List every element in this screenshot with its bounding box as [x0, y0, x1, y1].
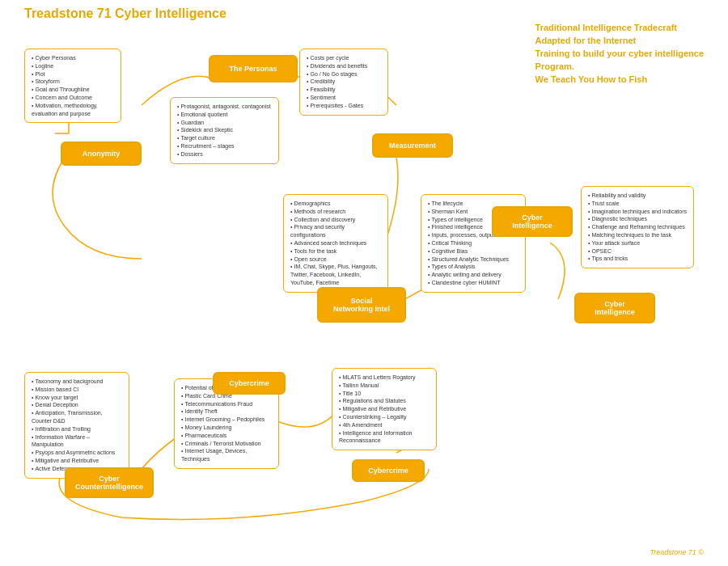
cyber-intel-right-item: Trust scale: [588, 200, 687, 208]
social-item: Open source: [290, 256, 381, 264]
cyber-intel-right-item: Challenge and Reframing techniques: [588, 223, 687, 231]
page-container: Treadstone 71 Cyber Intelligence Traditi…: [0, 0, 728, 566]
personas-list: Protagonist, antagonist, contagonist Emo…: [177, 103, 272, 158]
social-item: IM, Chat, Skype, Plus, Hangouts, Twitter…: [290, 263, 381, 286]
social-item: Collection and discovery: [290, 216, 381, 224]
cyber-intel-item: Types of Analysis: [428, 263, 518, 271]
cybercrime-right-item: 4th Amendment: [339, 421, 430, 429]
anonymity-item: Logline: [32, 62, 114, 70]
anonymity-list: Cyber Personas Logline Plot Storyform Go…: [32, 54, 114, 117]
measurement-list: Costs per cycle Dividends and benefits G…: [307, 54, 381, 110]
cyber-counterintelligence-content-box: Taxonomy and background Mission based CI…: [24, 372, 129, 479]
anonymity-item: Goal and Throughline: [32, 86, 114, 94]
personas-item: Protagonist, antagonist, contagonist: [177, 103, 272, 111]
measurement-content-box: Costs per cycle Dividends and benefits G…: [299, 49, 388, 116]
personas-item: Emotional quotient: [177, 111, 272, 119]
cybercrime-item: Pharmaceuticals: [181, 432, 272, 440]
cyber-intel-right-item: Your attack surface: [588, 239, 687, 247]
cyber-intel-item: Analytic writing and delivery: [428, 271, 518, 279]
cci-item: Psyops and Asymmetric actions: [32, 449, 122, 457]
social-item: Privacy and security configurations: [290, 223, 381, 239]
cyber-intel-right-item: Tips and tricks: [588, 255, 687, 263]
cyber-intel-right-item: Reliability and validity: [588, 192, 687, 200]
anonymity-item: Motivation, methodology, evaluation and …: [32, 102, 114, 118]
cybercrime-item: Identity Theft: [181, 408, 272, 416]
measurement-item: Dividends and benefits: [307, 62, 381, 70]
cybercrime-right-item: Regulations and Statutes: [339, 397, 430, 405]
cybercrime-right-item: Counterstriking – Legality: [339, 413, 430, 421]
cyber-counterintelligence-button[interactable]: Cyber CounterIntelligence: [65, 467, 154, 498]
cci-item: Mission based CI: [32, 386, 122, 394]
personas-item: Guardian: [177, 119, 272, 127]
cybercrime-item: Internet Grooming – Pedophiles: [181, 416, 272, 424]
cyber-intel-item: Clandestine cyber HUMINT: [428, 279, 518, 287]
cybercrime-right-item: Title 10: [339, 390, 430, 398]
cyber-intel-item: Critical Thinking: [428, 239, 518, 247]
cybercrime-right-item: Tallinn Manual: [339, 382, 430, 390]
cci-item: Taxonomy and background: [32, 378, 122, 386]
cyber-intel-right-item: Matching techniques to the task: [588, 231, 687, 239]
cybercrime-item: Money Laundering: [181, 424, 272, 432]
cybercrime-right-item: MLATS and Letters Rogatory: [339, 374, 430, 382]
cyber-intel-right-item: Imagination techniques and indicators: [588, 208, 687, 216]
cci-item: Information Warfare – Manipulation: [32, 433, 122, 450]
cci-item: Mitigative and Retributive: [32, 457, 122, 465]
cyber-intel-item: Cognitive Bias: [428, 247, 518, 256]
personas-item: Sidekick and Skeptic: [177, 126, 272, 134]
measurement-item: Feasibility: [307, 86, 381, 94]
cybercrime-right-list: MLATS and Letters Rogatory Tallinn Manua…: [339, 374, 430, 445]
personas-item: Recruitment – stages: [177, 142, 272, 150]
social-networking-content-box: Demographics Methods of research Collect…: [283, 194, 388, 293]
cybercrime-right-content-box: MLATS and Letters Rogatory Tallinn Manua…: [332, 368, 437, 450]
personas-button[interactable]: The Personas: [209, 55, 298, 82]
cybercrime-left-list: Potential of Digital Evidence Plastic Ca…: [181, 384, 272, 463]
cyber-intel-right-item: OPSEC: [588, 247, 687, 256]
cybercrime-button-1[interactable]: Cybercrime: [213, 372, 286, 395]
cybercrime-right-item: Mitigative and Retributive: [339, 405, 430, 413]
cybercrime-button-2[interactable]: Cybercrime: [352, 459, 425, 482]
cyber-intel-right-content-box: Reliability and validity Trust scale Ima…: [581, 186, 694, 268]
anonymity-content-box: Cyber Personas Logline Plot Storyform Go…: [24, 49, 121, 123]
anonymity-item: Cyber Personas: [32, 54, 114, 62]
cyber-intel-right-list: Reliability and validity Trust scale Ima…: [588, 192, 687, 263]
social-item: Methods of research: [290, 208, 381, 216]
social-item: Demographics: [290, 200, 381, 208]
social-item: Advanced search techniques: [290, 239, 381, 247]
personas-item: Target culture: [177, 134, 272, 142]
cybercrime-item: Internet Usage, Devices, Techniques: [181, 447, 272, 463]
measurement-item: Costs per cycle: [307, 54, 381, 62]
personas-content-box: Protagonist, antagonist, contagonist Emo…: [170, 97, 279, 164]
measurement-item: Credibility: [307, 78, 381, 86]
cyber-counterintelligence-list: Taxonomy and background Mission based CI…: [32, 378, 122, 473]
cci-item: Know your target: [32, 394, 122, 402]
social-networking-list: Demographics Methods of research Collect…: [290, 200, 381, 287]
cybercrime-item: Telecommunications Fraud: [181, 400, 272, 408]
cyber-intel-item: Structured Analytic Techniques: [428, 256, 518, 264]
anonymity-item: Storyform: [32, 78, 114, 86]
social-item: Tools for the task: [290, 247, 381, 256]
cyber-intelligence-button-1[interactable]: Cyber Intelligence: [492, 206, 573, 237]
anonymity-button[interactable]: Anonymity: [61, 142, 142, 166]
measurement-item: Prerequisites - Gates: [307, 102, 381, 110]
measurement-item: Go / No Go stages: [307, 70, 381, 78]
anonymity-item: Concern and Outcome: [32, 94, 114, 102]
cybercrime-right-item: Intelligence and Information Reconnaissa…: [339, 429, 430, 446]
cci-item: Infiltration and Trolling: [32, 425, 122, 433]
anonymity-item: Plot: [32, 70, 114, 78]
measurement-item: Sentiment: [307, 94, 381, 102]
cci-item: Denial Deception: [32, 401, 122, 409]
cybercrime-item: Criminals / Terrorist Motivation: [181, 440, 272, 448]
cci-item: Anticipation, Transmission, Counter D&D: [32, 409, 122, 425]
personas-item: Dossiers: [177, 150, 272, 158]
measurement-button[interactable]: Measurement: [372, 133, 453, 158]
cyber-intelligence-button-2[interactable]: Cyber Intelligence: [574, 293, 655, 323]
social-networking-button[interactable]: Social Networking Intel: [317, 287, 406, 323]
cyber-intel-right-item: Diagnostic techniques: [588, 215, 687, 223]
